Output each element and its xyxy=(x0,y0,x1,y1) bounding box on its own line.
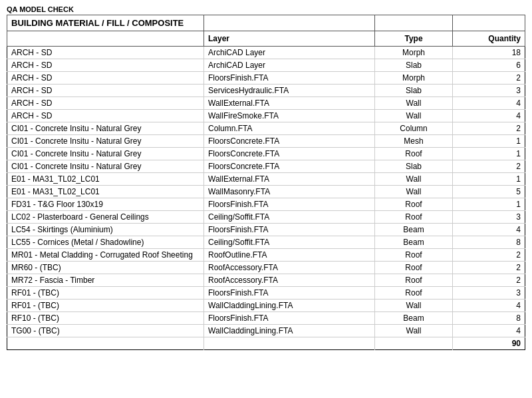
layer-cell: FloorsConcrete.FTA xyxy=(204,148,375,160)
table-row: E01 - MA31_TL02_LC01WallMasonry.FTAWall5 xyxy=(7,186,525,198)
qty-cell: 18 xyxy=(452,47,525,59)
qty-cell: 5 xyxy=(452,186,525,198)
type-cell: Wall xyxy=(375,110,453,122)
type-cell: Slab xyxy=(375,59,453,72)
qty-cell: 2 xyxy=(452,160,525,173)
qty-cell: 2 xyxy=(452,274,525,287)
table-row: ARCH - SDFloorsFinish.FTAMorph2 xyxy=(7,72,525,85)
layer-cell: RoofAccessory.FTA xyxy=(204,274,375,287)
type-cell: Wall xyxy=(375,97,453,110)
material-cell: ARCH - SD xyxy=(7,85,204,97)
layer-cell: ArchiCAD Layer xyxy=(204,47,375,59)
type-cell: Roof xyxy=(375,148,453,160)
table-row: CI01 - Concrete Insitu - Natural GreyCol… xyxy=(7,122,525,135)
table-row: ARCH - SDArchiCAD LayerSlab6 xyxy=(7,59,525,72)
table-row: ARCH - SDArchiCAD LayerMorph18 xyxy=(7,47,525,59)
qty-cell: 2 xyxy=(452,72,525,85)
layer-cell: FloorsConcrete.FTA xyxy=(204,135,375,148)
qty-cell: 3 xyxy=(452,287,525,299)
qty-cell: 1 xyxy=(452,135,525,148)
layer-cell: FloorsFinish.FTA xyxy=(204,287,375,299)
table-row: CI01 - Concrete Insitu - Natural GreyFlo… xyxy=(7,148,525,160)
material-cell: E01 - MA31_TL02_LC01 xyxy=(7,186,204,198)
layer-header-label xyxy=(204,15,375,31)
material-cell: LC54 - Skirtings (Aluminium) xyxy=(7,224,204,236)
qty-cell: 1 xyxy=(452,198,525,211)
material-cell: CI01 - Concrete Insitu - Natural Grey xyxy=(7,135,204,148)
table-row: CI01 - Concrete Insitu - Natural GreyFlo… xyxy=(7,135,525,148)
table-main-header: BUILDING MATERIAL / FILL / COMPOSITE xyxy=(7,15,525,31)
material-cell: MR72 - Fascia - Timber xyxy=(7,274,204,287)
qty-cell: 4 xyxy=(452,299,525,312)
layer-cell: Ceiling/Soffit.FTA xyxy=(204,236,375,249)
table-body: ARCH - SDArchiCAD LayerMorph18ARCH - SDA… xyxy=(7,47,525,350)
layer-cell: RoofOutline.FTA xyxy=(204,249,375,262)
qty-cell: 2 xyxy=(452,249,525,262)
qty-cell: 8 xyxy=(452,236,525,249)
table-row: LC55 - Cornices (Metal / Shadowline)Ceil… xyxy=(7,236,525,249)
table-row: ARCH - SDServicesHydraulic.FTASlab3 xyxy=(7,85,525,97)
material-cell: CI01 - Concrete Insitu - Natural Grey xyxy=(7,122,204,135)
layer-cell: FloorsFinish.FTA xyxy=(204,224,375,236)
table-row: FD31 - T&G Floor 130x19FloorsFinish.FTAR… xyxy=(7,198,525,211)
material-cell: ARCH - SD xyxy=(7,47,204,59)
total-qty-cell: 90 xyxy=(452,337,525,350)
layer-cell: WallMasonry.FTA xyxy=(204,186,375,198)
type-cell: Beam xyxy=(375,312,453,325)
type-cell: Roof xyxy=(375,262,453,274)
table-row: MR72 - Fascia - TimberRoofAccessory.FTAR… xyxy=(7,274,525,287)
qty-cell: 2 xyxy=(452,122,525,135)
qty-cell: 8 xyxy=(452,312,525,325)
col-type-header: Type xyxy=(375,31,453,47)
table-row: CI01 - Concrete Insitu - Natural GreyFlo… xyxy=(7,160,525,173)
material-cell: LC55 - Cornices (Metal / Shadowline) xyxy=(7,236,204,249)
type-cell: Morph xyxy=(375,72,453,85)
main-container: QA MODEL CHECK BUILDING MATERIAL / FILL … xyxy=(0,0,532,355)
qty-cell: 3 xyxy=(452,85,525,97)
material-cell: ARCH - SD xyxy=(7,97,204,110)
material-cell: RF01 - (TBC) xyxy=(7,287,204,299)
qty-cell: 1 xyxy=(452,173,525,186)
material-cell: ARCH - SD xyxy=(7,72,204,85)
table-row: LC54 - Skirtings (Aluminium)FloorsFinish… xyxy=(7,224,525,236)
layer-cell: ServicesHydraulic.FTA xyxy=(204,85,375,97)
layer-cell: FloorsFinish.FTA xyxy=(204,312,375,325)
layer-cell: RoofAccessory.FTA xyxy=(204,262,375,274)
layer-cell: FloorsConcrete.FTA xyxy=(204,160,375,173)
type-cell: Roof xyxy=(375,198,453,211)
qty-cell: 4 xyxy=(452,224,525,236)
type-cell: Roof xyxy=(375,287,453,299)
col-material-header xyxy=(7,31,204,47)
type-cell: Wall xyxy=(375,173,453,186)
type-header-label xyxy=(375,15,453,31)
material-cell: CI01 - Concrete Insitu - Natural Grey xyxy=(7,148,204,160)
material-cell: RF01 - (TBC) xyxy=(7,299,204,312)
layer-cell: WallExternal.FTA xyxy=(204,173,375,186)
total-empty-2 xyxy=(204,337,375,350)
col-layer-header: Layer xyxy=(204,31,375,47)
layer-cell: FloorsFinish.FTA xyxy=(204,72,375,85)
type-cell: Mesh xyxy=(375,135,453,148)
table-row: RF10 - (TBC)FloorsFinish.FTABeam8 xyxy=(7,312,525,325)
qty-cell: 6 xyxy=(452,59,525,72)
type-cell: Roof xyxy=(375,249,453,262)
total-empty-3 xyxy=(375,337,453,350)
material-cell: MR60 - (TBC) xyxy=(7,262,204,274)
type-cell: Slab xyxy=(375,85,453,97)
material-cell: ARCH - SD xyxy=(7,59,204,72)
type-cell: Roof xyxy=(375,274,453,287)
qty-cell: 1 xyxy=(452,148,525,160)
qty-cell: 3 xyxy=(452,211,525,224)
material-cell: FD31 - T&G Floor 130x19 xyxy=(7,198,204,211)
section-title: QA MODEL CHECK xyxy=(7,5,525,13)
material-cell: RF10 - (TBC) xyxy=(7,312,204,325)
column-headers: Layer Type Quantity xyxy=(7,31,525,47)
table-row: MR60 - (TBC)RoofAccessory.FTARoof2 xyxy=(7,262,525,274)
table-row: ARCH - SDWallExternal.FTAWall4 xyxy=(7,97,525,110)
qty-cell: 4 xyxy=(452,97,525,110)
type-cell: Wall xyxy=(375,186,453,198)
type-cell: Roof xyxy=(375,211,453,224)
layer-cell: ArchiCAD Layer xyxy=(204,59,375,72)
total-row: 90 xyxy=(7,337,525,350)
type-cell: Morph xyxy=(375,47,453,59)
